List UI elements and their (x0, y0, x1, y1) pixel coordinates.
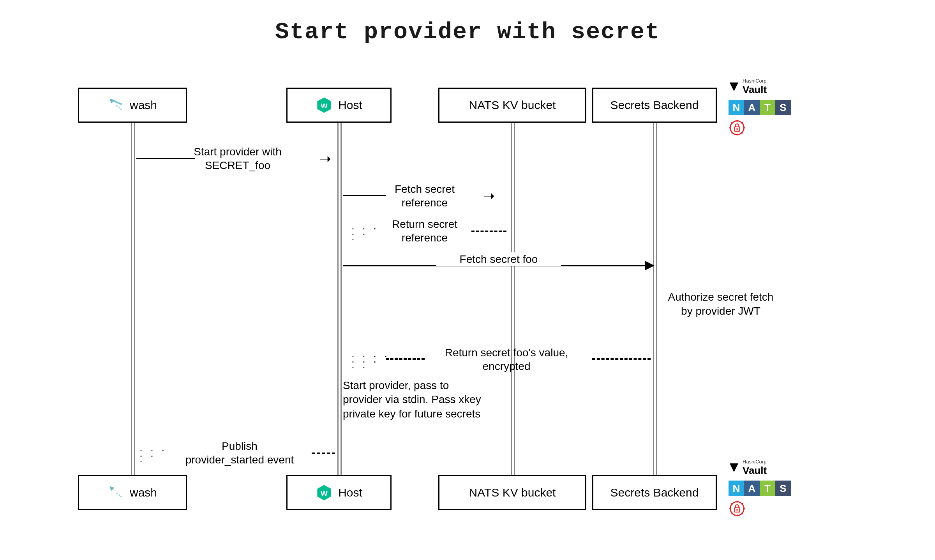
msg-m3: Return secret reference (374, 217, 475, 245)
arrow-m3 (471, 231, 506, 232)
svg-point-7 (116, 493, 118, 494)
actor-nats-bottom: NATS KV bucket (438, 475, 586, 510)
actor-label: wash (130, 486, 157, 499)
svg-text:w: w (321, 100, 328, 110)
side-badges-top: HashiCorp Vault N A T S (729, 78, 791, 136)
vault-small: HashiCorp (743, 459, 767, 465)
actor-secrets-top: Secrets Backend (592, 88, 717, 123)
note-authorize: Authorize secret fetch by provider JWT (662, 290, 779, 319)
msg-m6: Return secret foo's value, encrypted (417, 346, 596, 373)
note-stdin: Start provider, pass to provider via std… (343, 379, 483, 421)
nats-letter: T (760, 481, 775, 496)
nats-letter: N (729, 100, 744, 115)
nats-letter: S (775, 100, 791, 115)
wash-icon (108, 484, 124, 501)
vault-badge: HashiCorp Vault (729, 459, 767, 477)
host-icon: w (316, 97, 333, 114)
actor-label: NATS KV bucket (469, 486, 556, 499)
lock-icon (729, 119, 746, 136)
msg-m2: Fetch secret reference (374, 182, 475, 210)
actor-label: Host (338, 486, 362, 499)
svg-marker-12 (730, 83, 738, 91)
nats-letter: A (744, 100, 760, 115)
svg-point-2 (118, 107, 120, 108)
vault-text: Vault (743, 84, 767, 96)
nats-letter: T (760, 100, 775, 115)
lifeline-nats-2 (514, 123, 515, 475)
side-badges-bottom: HashiCorp Vault N A T S (729, 459, 791, 517)
arrow-m6-tail-left: · · · ·· · ·· · (351, 354, 389, 370)
svg-point-1 (116, 105, 118, 107)
svg-marker-16 (730, 463, 738, 472)
actor-label: wash (130, 99, 157, 112)
actor-label: Host (338, 99, 362, 112)
lifeline-wash-2 (134, 123, 135, 475)
svg-point-3 (120, 108, 122, 110)
lock-icon (729, 500, 746, 517)
arrow-m8 (312, 453, 335, 454)
msg-m4: Fetch secret foo (436, 252, 561, 266)
lifeline-host (337, 123, 339, 475)
svg-point-8 (118, 494, 120, 496)
wash-icon (108, 97, 124, 113)
actor-secrets-bottom: Secrets Backend (592, 475, 717, 510)
vault-icon (729, 81, 739, 92)
diagram-title: Start provider with secret (275, 19, 660, 45)
actor-nats-top: NATS KV bucket (438, 88, 586, 123)
actor-wash-bottom: wash (78, 475, 187, 510)
arrow-m4-head (645, 261, 654, 270)
nats-letter: A (744, 481, 760, 496)
arrow-m8-tail: · · ·· ·· (139, 448, 166, 464)
vault-badge: HashiCorp Vault (729, 78, 767, 96)
svg-marker-6 (109, 486, 115, 491)
nats-letter: N (729, 481, 744, 496)
nats-badge: N A T S (729, 481, 791, 496)
lifeline-secrets (653, 123, 654, 475)
lifeline-nats (511, 123, 512, 475)
nats-letter: S (775, 481, 791, 496)
msg-m8: Publish provider_started event (168, 439, 312, 467)
actor-label: Secrets Backend (610, 486, 699, 499)
vault-icon (729, 462, 739, 473)
actor-label: Secrets Backend (610, 99, 699, 112)
nats-badge: N A T S (729, 100, 791, 115)
lifeline-host-2 (340, 123, 342, 475)
msg-m1: Start provider with SECRET_foo (169, 145, 306, 172)
actor-label: NATS KV bucket (469, 99, 556, 112)
vault-small: HashiCorp (743, 78, 767, 84)
svg-point-15 (736, 128, 738, 130)
actor-host-top: w Host (286, 88, 392, 123)
lifeline-wash (131, 123, 132, 475)
svg-point-19 (736, 509, 738, 511)
svg-point-9 (120, 496, 122, 497)
actor-wash-top: wash (78, 88, 187, 123)
lifeline-secrets-2 (656, 123, 657, 475)
actor-host-bottom: w Host (286, 475, 392, 510)
svg-text:w: w (321, 488, 328, 498)
vault-text: Vault (743, 465, 767, 477)
host-icon: w (316, 484, 333, 501)
arrow-m6b (592, 358, 651, 360)
